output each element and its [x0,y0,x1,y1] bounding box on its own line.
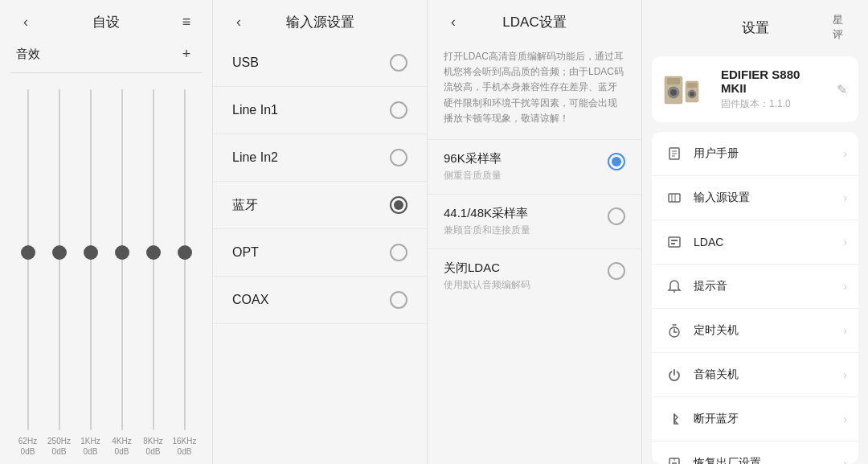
panel3-title: LDAC设置 [463,13,606,31]
settings-label-7: 恢复出厂设置 [694,456,843,464]
eq-track-1[interactable] [59,89,60,430]
svg-rect-16 [671,240,678,241]
ldac-option-text-2: 关闭LDAC使用默认音频编解码 [444,261,608,292]
settings-item-5[interactable]: 音箱关机› [652,353,858,397]
input-label-5: COAX [232,293,268,307]
eq-slider-col-3 [106,89,137,430]
freq-label-3: 4KHz [106,437,137,446]
db-label-5: 0dB [169,447,200,456]
input-radio-5[interactable] [390,291,407,309]
ldac-radio-1[interactable] [608,207,625,225]
eq-track-3[interactable] [121,89,123,430]
settings-item-3[interactable]: 提示音› [652,265,858,309]
input-radio-4[interactable] [390,244,407,261]
settings-item-4[interactable]: 定时关机› [652,309,858,353]
eq-thumb-4[interactable] [146,245,161,260]
svg-point-6 [690,92,694,96]
eq-thumb-2[interactable] [84,245,98,260]
ldac-option-2[interactable]: 关闭LDAC使用默认音频编解码 [428,248,641,303]
eq-thumb-1[interactable] [52,245,67,260]
input-radio-1[interactable] [390,101,407,119]
eq-slider-col-0 [12,89,43,430]
eq-sliders [8,81,204,430]
ldac-icon [663,231,686,253]
eq-slider-col-5 [169,89,200,430]
settings-label-2: LDAC [694,236,843,248]
settings-item-2[interactable]: LDAC› [652,220,858,265]
input-item-Line In1[interactable]: Line In1 [213,87,427,134]
settings-panel: ‹ 设置 星评 EDIFIER S880 MKII 固件版本：1.1.0 ✎ 用… [642,0,868,464]
input-radio-3[interactable] [390,196,407,214]
back-icon-p2[interactable]: ‹ [229,14,248,31]
db-label-3: 0dB [106,447,137,456]
eq-slider-col-1 [43,89,75,430]
eq-db-labels: 0dB0dB0dB0dB0dB0dB [8,447,204,464]
input-item-Line In2[interactable]: Line In2 [213,134,427,182]
input-label-2: Line In2 [232,150,278,165]
ldac-radio-2[interactable] [608,262,625,280]
input-item-蓝牙[interactable]: 蓝牙 [213,182,427,229]
device-image [663,70,711,109]
ldac-option-sub-2: 使用默认音频编解码 [444,278,608,292]
settings-item-7[interactable]: 恢复出厂设置› [652,441,858,464]
freq-label-0: 62Hz [12,437,43,446]
svg-rect-12 [669,194,680,202]
ldac-radio-0[interactable] [608,153,625,170]
freq-label-5: 16KHz [169,437,200,446]
star-label[interactable]: 星评 [833,13,852,42]
settings-arrow-4: › [843,324,847,337]
eq-container: 62Hz250Hz1KHz4KHz8KHz16KHz 0dB0dB0dB0dB0… [0,73,212,464]
freq-label-4: 8KHz [137,437,169,446]
settings-arrow-6: › [843,413,847,425]
ldac-option-sub-1: 兼顾音质和连接质量 [444,224,608,237]
input-settings-icon [663,187,686,209]
eq-thumb-3[interactable] [115,245,129,260]
input-item-USB[interactable]: USB [213,39,427,87]
input-item-OPT[interactable]: OPT [213,229,427,277]
edit-icon[interactable]: ✎ [837,82,847,97]
eq-thumb-0[interactable] [21,245,35,260]
section-label-row: 音效 + [0,39,212,72]
back-icon-p1[interactable]: ‹ [16,14,35,31]
ldac-option-text-0: 96K采样率侧重音质质量 [444,151,608,183]
settings-item-1[interactable]: 输入源设置› [652,176,858,220]
settings-arrow-5: › [843,368,847,381]
device-info: EDIFIER S880 MKII 固件版本：1.1.0 [721,68,827,111]
eq-track-0[interactable] [27,89,29,430]
ldac-option-title-0: 96K采样率 [444,151,608,166]
input-source-panel: ‹ 输入源设置 USBLine In1Line In2蓝牙OPTCOAX [213,0,428,464]
reset-icon [663,452,686,464]
panel3-header: ‹ LDAC设置 [428,0,641,39]
settings-arrow-0: › [843,147,847,160]
back-icon-p3[interactable]: ‹ [444,14,463,31]
svg-rect-17 [671,243,675,244]
eq-track-4[interactable] [153,89,154,430]
menu-icon[interactable]: ≡ [177,14,196,31]
eq-track-5[interactable] [184,89,186,430]
input-label-4: OPT [232,245,259,260]
ldac-description: 打开LDAC高清音质编解码功能后，通过耳机您将会听到高品质的音频；由于LDAC码… [428,39,641,139]
ldac-option-1[interactable]: 44.1/48K采样率兼顾音质和连接质量 [428,194,641,248]
equalizer-panel: ‹ 自设 ≡ 音效 + 62Hz250Hz1KHz4KHz8KHz16KHz 0… [0,0,213,464]
ldac-panel: ‹ LDAC设置 打开LDAC高清音质编解码功能后，通过耳机您将会听到高品质的音… [428,0,642,464]
ldac-option-0[interactable]: 96K采样率侧重音质质量 [428,139,641,194]
settings-item-0[interactable]: 用户手册› [652,132,858,176]
device-card: EDIFIER S880 MKII 固件版本：1.1.0 ✎ [652,56,858,122]
eq-track-2[interactable] [90,89,92,430]
input-list: USBLine In1Line In2蓝牙OPTCOAX [213,39,427,464]
input-radio-2[interactable] [390,149,407,166]
timer-icon [663,319,686,342]
ldac-option-title-1: 44.1/48K采样率 [444,206,608,221]
svg-point-2 [670,89,677,96]
ldac-option-sub-0: 侧重音质质量 [444,169,608,183]
settings-item-6[interactable]: 断开蓝牙› [652,397,858,441]
input-label-1: Line In1 [232,103,278,117]
input-item-COAX[interactable]: COAX [213,277,427,324]
bluetooth-icon [663,408,686,430]
input-radio-0[interactable] [390,54,407,72]
panel1-header: ‹ 自设 ≡ [0,0,212,39]
settings-arrow-3: › [843,280,847,293]
section-label: 音效 [16,47,40,62]
add-icon[interactable]: + [177,46,196,63]
eq-thumb-5[interactable] [178,245,192,260]
